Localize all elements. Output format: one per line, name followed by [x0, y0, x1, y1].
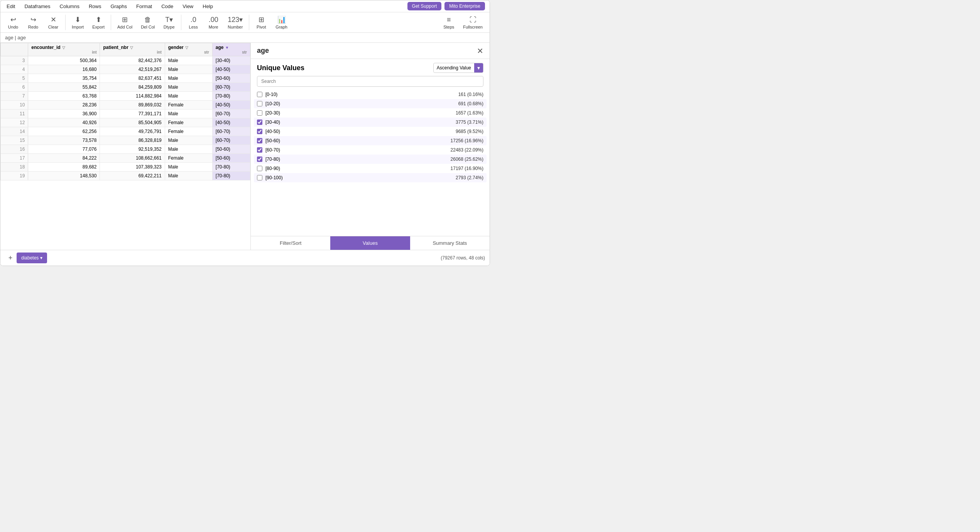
tab-summary-stats[interactable]: Summary Stats	[410, 236, 490, 250]
graph-icon: 📊	[277, 15, 286, 24]
filter-icon-patient_nbr[interactable]: ▽	[130, 45, 133, 50]
value-checkbox-3[interactable]	[257, 120, 262, 125]
cell-patient_nbr: 92,519,352	[100, 145, 165, 154]
steps-icon: ≡	[447, 16, 451, 24]
redo-icon: ↪	[30, 15, 36, 24]
row-number: 17	[1, 154, 28, 163]
menu-item-code[interactable]: Code	[160, 3, 175, 10]
value-checkbox-0[interactable]	[257, 92, 262, 97]
cell-age: [60-70)	[212, 109, 250, 118]
more-button[interactable]: .00 More	[204, 14, 223, 31]
value-count: 691 (0.68%)	[458, 101, 483, 106]
value-checkbox-8[interactable]	[257, 166, 262, 171]
cell-patient_nbr: 85,504,905	[100, 118, 165, 127]
cell-patient_nbr: 42,519,267	[100, 65, 165, 74]
row-number: 4	[1, 65, 28, 74]
filter-icon-encounter_id[interactable]: ▽	[62, 45, 65, 50]
cell-encounter_id: 89,682	[28, 163, 100, 172]
value-checkbox-1[interactable]	[257, 101, 262, 106]
row-number: 18	[1, 163, 28, 172]
menu-item-rows[interactable]: Rows	[87, 3, 103, 10]
col-header-gender[interactable]: gender ▽ str	[165, 43, 212, 56]
value-checkbox-6[interactable]	[257, 147, 262, 153]
cell-age: [60-70)	[212, 127, 250, 136]
redo-button[interactable]: ↪ Redo	[24, 14, 43, 31]
graph-button[interactable]: 📊 Graph	[272, 14, 291, 31]
pivot-button[interactable]: ⊞ Pivot	[252, 14, 271, 31]
add-sheet-button[interactable]: +	[5, 253, 16, 263]
del-col-button[interactable]: 🗑 Del Col	[137, 14, 159, 31]
cell-gender: Female	[165, 118, 212, 127]
fullscreen-button[interactable]: ⛶ Fullscreen	[459, 14, 487, 31]
tab-values[interactable]: Values	[330, 236, 410, 250]
value-count: 17197 (16.90%)	[451, 166, 483, 171]
value-row: [0-10) 161 (0.16%)	[254, 90, 487, 99]
filter-icon-gender[interactable]: ▽	[185, 45, 188, 50]
value-checkbox-4[interactable]	[257, 129, 262, 134]
value-row: [30-40) 3775 (3.71%)	[254, 118, 487, 127]
number-button[interactable]: 123▾ Number	[224, 14, 247, 31]
cell-gender: Male	[165, 56, 212, 65]
sort-dropdown[interactable]: Ascending Value ▾	[433, 63, 483, 73]
col-header-encounter_id[interactable]: encounter_id ▽ int	[28, 43, 100, 56]
value-label: [30-40)	[265, 120, 453, 125]
unique-values-header: Unique Values Ascending Value ▾	[251, 59, 490, 76]
sep3	[181, 15, 181, 30]
menu-item-view[interactable]: View	[181, 3, 195, 10]
value-count: 161 (0.16%)	[458, 92, 483, 97]
undo-button[interactable]: ↩ Undo	[3, 14, 23, 31]
menu-item-edit[interactable]: Edit	[5, 3, 17, 10]
sheet-tab-diabetes[interactable]: diabetes ▾	[17, 253, 47, 263]
undo-icon: ↩	[10, 15, 16, 24]
table-row: 16 77,076 92,519,352 Male [50-60)	[1, 145, 250, 154]
cell-encounter_id: 77,076	[28, 145, 100, 154]
value-checkbox-5[interactable]	[257, 138, 262, 143]
value-row: [90-100) 2793 (2.74%)	[254, 173, 487, 182]
value-checkbox-9[interactable]	[257, 175, 262, 180]
table-row: 7 63,768 114,882,984 Male [70-80)	[1, 92, 250, 101]
col-header-age[interactable]: age ▼ str	[212, 43, 250, 56]
value-label: [40-50)	[265, 129, 453, 134]
table-row: 14 62,256 49,726,791 Female [60-70)	[1, 127, 250, 136]
enterprise-button[interactable]: Mito Enterprise	[444, 2, 485, 10]
menu-item-format[interactable]: Format	[135, 3, 154, 10]
data-table: encounter_id ▽ int patient_nbr ▽ int	[0, 43, 250, 180]
value-checkbox-7[interactable]	[257, 157, 262, 162]
search-box[interactable]	[257, 76, 483, 87]
export-button[interactable]: ⬆ Export	[88, 14, 108, 31]
clear-button[interactable]: ✕ Clear	[44, 14, 63, 31]
row-number: 15	[1, 136, 28, 145]
menu-item-dataframes[interactable]: Dataframes	[23, 3, 52, 10]
cell-gender: Male	[165, 172, 212, 180]
menu-item-graphs[interactable]: Graphs	[109, 3, 128, 10]
dtype-button[interactable]: T▾ Dtype	[159, 14, 179, 31]
steps-button[interactable]: ≡ Steps	[439, 14, 458, 31]
tab-filter-sort[interactable]: Filter/Sort	[251, 236, 330, 250]
col-header-patient_nbr[interactable]: patient_nbr ▽ int	[100, 43, 165, 56]
close-panel-button[interactable]: ✕	[477, 47, 483, 55]
add-col-button[interactable]: ⊞ Add Col	[113, 14, 136, 31]
cell-age: [30-40)	[212, 56, 250, 65]
value-count: 1657 (1.63%)	[456, 110, 483, 116]
cell-patient_nbr: 49,726,791	[100, 127, 165, 136]
import-button[interactable]: ⬇ Import	[68, 14, 88, 31]
menu-item-columns[interactable]: Columns	[58, 3, 81, 10]
row-number: 12	[1, 118, 28, 127]
value-row: [50-60) 17256 (16.96%)	[254, 136, 487, 145]
pivot-icon: ⊞	[259, 15, 264, 24]
less-button[interactable]: .0 Less	[184, 14, 203, 31]
cell-gender: Male	[165, 136, 212, 145]
get-support-button[interactable]: Get Support	[407, 2, 442, 10]
row-number: 16	[1, 145, 28, 154]
menu-item-help[interactable]: Help	[201, 3, 215, 10]
value-row: [10-20) 691 (0.68%)	[254, 99, 487, 108]
cell-age: [40-50)	[212, 118, 250, 127]
value-checkbox-2[interactable]	[257, 110, 262, 116]
filter-icon-age[interactable]: ▼	[225, 45, 229, 50]
sort-dropdown-arrow[interactable]: ▾	[474, 63, 483, 72]
export-icon: ⬆	[96, 15, 101, 24]
search-input[interactable]	[257, 76, 483, 87]
row-number: 3	[1, 56, 28, 65]
spreadsheet-area[interactable]: encounter_id ▽ int patient_nbr ▽ int	[0, 43, 250, 250]
cell-age: [50-60)	[212, 145, 250, 154]
